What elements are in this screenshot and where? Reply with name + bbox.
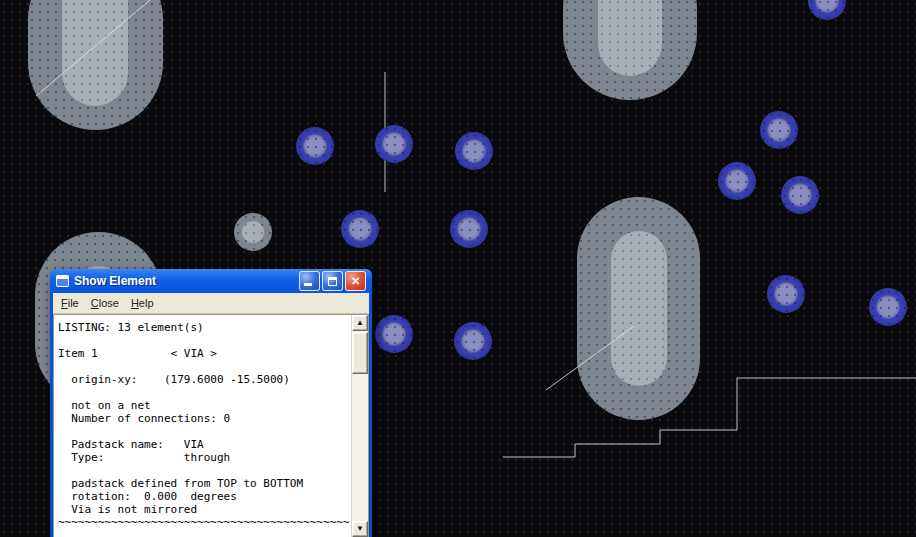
menu-item-close[interactable]: Close [85, 295, 125, 311]
via[interactable] [341, 210, 379, 248]
via[interactable] [869, 288, 907, 326]
scroll-up-button[interactable]: ▲ [352, 315, 368, 331]
via[interactable] [375, 315, 413, 353]
minimize-button[interactable] [299, 271, 320, 291]
show-element-window: Show Element ✕ FileCloseHelp LISTING: 13… [50, 269, 372, 537]
via[interactable] [375, 125, 413, 163]
via[interactable] [760, 111, 798, 149]
trace [36, 0, 150, 96]
arrow-down-icon: ▼ [356, 525, 364, 533]
maximize-icon [328, 277, 337, 286]
vertical-scrollbar[interactable]: ▲ ▼ [351, 315, 368, 537]
arrow-up-icon: ▲ [356, 319, 364, 327]
close-icon: ✕ [351, 276, 360, 287]
via[interactable] [454, 322, 492, 360]
window-titlebar[interactable]: Show Element ✕ [53, 269, 369, 293]
scroll-down-button[interactable]: ▼ [352, 521, 368, 537]
listing-panel: LISTING: 13 element(s) Item 1 < VIA > or… [53, 314, 369, 537]
via[interactable] [781, 176, 819, 214]
scrollbar-thumb[interactable] [352, 332, 368, 374]
via[interactable] [450, 210, 488, 248]
menu-item-help[interactable]: Help [125, 295, 160, 311]
trace [546, 326, 634, 390]
window-icon [56, 275, 69, 287]
via[interactable] [767, 275, 805, 313]
via[interactable] [455, 132, 493, 170]
pcb-canvas[interactable]: Show Element ✕ FileCloseHelp LISTING: 13… [0, 0, 916, 537]
window-controls: ✕ [299, 271, 366, 291]
menu-item-file[interactable]: File [55, 295, 85, 311]
element-listing: LISTING: 13 element(s) Item 1 < VIA > or… [54, 315, 351, 537]
minimize-icon [304, 283, 312, 286]
menu-bar: FileCloseHelp [53, 293, 369, 314]
window-title: Show Element [74, 274, 294, 288]
via[interactable] [718, 162, 756, 200]
close-button[interactable]: ✕ [345, 271, 366, 291]
via[interactable] [296, 127, 334, 165]
maximize-button[interactable] [322, 271, 343, 291]
window-body: FileCloseHelp LISTING: 13 element(s) Ite… [53, 293, 369, 537]
